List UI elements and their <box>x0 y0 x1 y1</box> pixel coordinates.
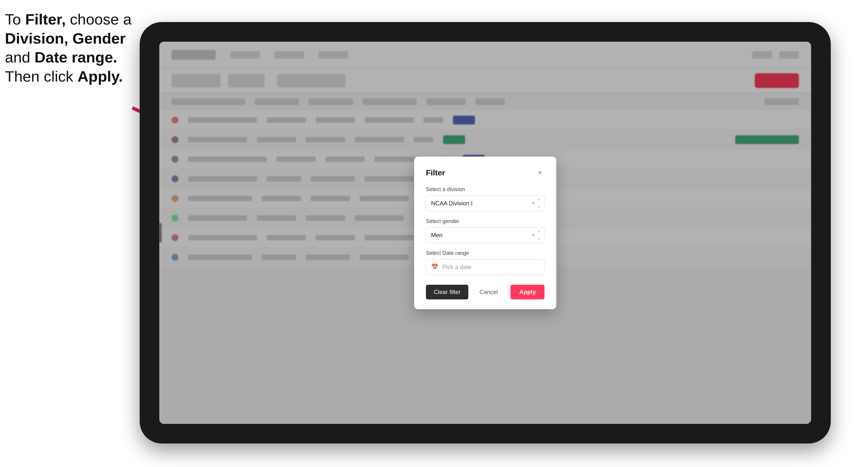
calendar-icon: 📅 <box>431 263 438 271</box>
gender-arrow-icon: ⌃⌄ <box>537 230 540 241</box>
gender-select-icons: × ⌃⌄ <box>532 230 540 241</box>
modal-header: Filter × <box>426 168 545 177</box>
instruction-text: To Filter, choose a Division, Gender and… <box>5 10 142 86</box>
apply-button[interactable]: Apply <box>510 285 545 300</box>
cancel-button[interactable]: Cancel <box>472 285 506 300</box>
tablet-frame: Filter × Select a division NCAA Division… <box>140 22 831 443</box>
gender-group: Select gender Men × ⌃⌄ <box>426 218 545 243</box>
division-select[interactable]: NCAA Division I <box>426 195 545 211</box>
gender-select-wrapper: Men × ⌃⌄ <box>426 227 545 243</box>
modal-footer: Clear filter Cancel Apply <box>426 285 545 300</box>
division-select-wrapper: NCAA Division I × ⌃⌄ <box>426 195 545 211</box>
gender-clear-icon[interactable]: × <box>532 232 535 239</box>
division-label: Select a division <box>426 186 545 193</box>
gender-select[interactable]: Men <box>426 227 545 243</box>
tablet-screen: Filter × Select a division NCAA Division… <box>159 42 811 424</box>
gender-label: Select gender <box>426 218 545 224</box>
modal-close-button[interactable]: × <box>536 168 545 177</box>
modal-overlay: Filter × Select a division NCAA Division… <box>159 42 811 424</box>
date-picker-field[interactable]: 📅 Pick a date <box>426 259 545 275</box>
date-placeholder: Pick a date <box>442 263 471 271</box>
division-group: Select a division NCAA Division I × ⌃⌄ <box>426 186 545 211</box>
footer-actions: Cancel Apply <box>472 285 545 300</box>
division-arrow-icon: ⌃⌄ <box>537 198 540 209</box>
division-select-icons: × ⌃⌄ <box>532 198 540 209</box>
modal-title: Filter <box>426 168 445 177</box>
date-label: Select Date range <box>426 250 545 256</box>
division-clear-icon[interactable]: × <box>532 200 535 207</box>
filter-modal: Filter × Select a division NCAA Division… <box>414 157 556 309</box>
date-group: Select Date range 📅 Pick a date <box>426 250 545 275</box>
clear-filter-button[interactable]: Clear filter <box>426 285 468 300</box>
